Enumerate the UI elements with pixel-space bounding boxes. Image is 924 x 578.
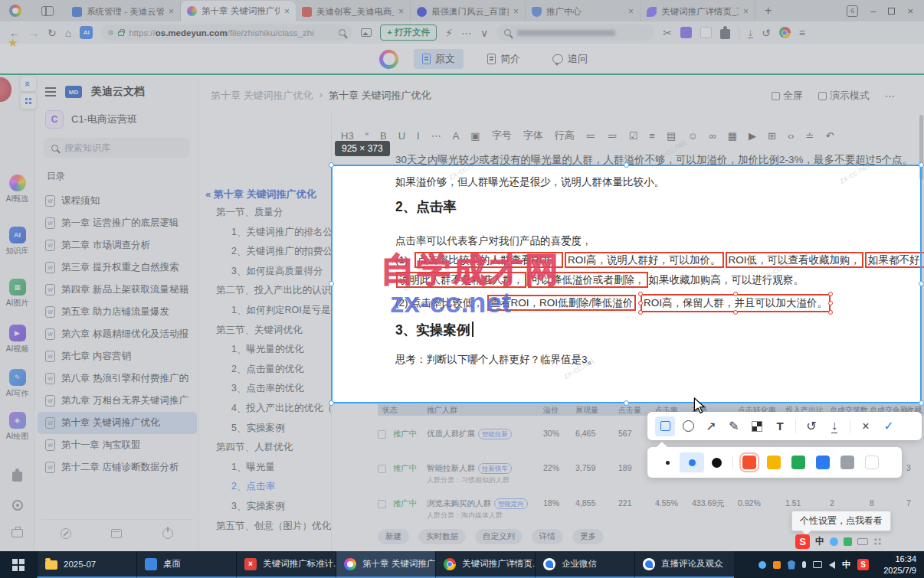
tab-close-icon[interactable]: × xyxy=(628,6,634,17)
pen-tool[interactable]: ✎ xyxy=(722,415,745,438)
editor-tool-icon[interactable]: A xyxy=(453,130,460,142)
editor-tool-icon[interactable]: ≔ xyxy=(586,130,596,142)
color-swatch[interactable] xyxy=(816,456,830,469)
new-tab-button[interactable]: + xyxy=(765,4,772,18)
confirm-tool[interactable]: ✓ xyxy=(877,415,900,438)
editor-tool-icon[interactable]: H3 xyxy=(341,130,354,142)
table-header-cell[interactable]: 状态 xyxy=(378,405,427,416)
collapse-up-button[interactable]: « xyxy=(21,76,36,91)
tab-ask[interactable]: 追问 xyxy=(544,49,596,69)
stroke-size-small[interactable] xyxy=(655,452,680,472)
sogou-logo-icon[interactable]: S xyxy=(795,534,810,549)
color-swatch[interactable] xyxy=(767,456,781,469)
forward-icon[interactable]: → xyxy=(28,27,39,39)
ai-assistant-icon[interactable] xyxy=(379,50,398,69)
toc-item[interactable]: 第一节、质量分 xyxy=(199,203,334,223)
tab-close-icon[interactable]: × xyxy=(398,6,404,17)
download-icon[interactable]: ↓ xyxy=(748,27,753,38)
chapter-item[interactable]: 第九章 万相台无界关键词推广 xyxy=(38,390,197,412)
ai-rail-item[interactable]: AI 知识库 xyxy=(0,227,34,256)
power-icon[interactable] xyxy=(162,528,173,539)
address-bar[interactable]: https://os.medeyun.com/file/zhishiku/cla… xyxy=(101,24,352,41)
tray-mic-icon[interactable] xyxy=(802,561,806,568)
audience-cell[interactable]: 浏览未购买的人群智能定向 人群分类：淘内媒体人群 xyxy=(427,498,543,521)
tray-sogou-icon[interactable]: S xyxy=(857,559,869,570)
stroke-size-medium[interactable] xyxy=(680,452,704,472)
arrow-tool[interactable]: ↗ xyxy=(700,415,722,438)
chapter-item[interactable]: 第六章 标题精细优化及活动报 xyxy=(38,323,197,345)
browser-tab[interactable]: 美迪创客_美迪电商_美 × xyxy=(296,2,411,21)
toc-chapter-title[interactable]: « 第十章 关键词推广优化 xyxy=(205,188,316,201)
tray-ime-indicator[interactable]: 中 xyxy=(842,559,850,570)
box-handle[interactable] xyxy=(828,292,833,296)
ellipse-tool[interactable] xyxy=(677,415,700,438)
tab-close-icon[interactable]: × xyxy=(284,6,290,17)
chapter-item[interactable]: 第十一章 淘宝联盟 xyxy=(38,434,197,456)
tab-summary[interactable]: 简介 xyxy=(479,49,529,69)
tray-network-icon[interactable] xyxy=(813,561,822,568)
toc-item[interactable]: 5、实操案例 xyxy=(199,419,334,439)
box-handle[interactable] xyxy=(638,301,643,305)
editor-tool-icon[interactable]: I xyxy=(417,130,420,142)
toc-item[interactable]: 1、曝光量的优化 xyxy=(199,340,334,360)
edit-icon[interactable] xyxy=(61,528,71,539)
toc-item[interactable]: 第二节、投入产出比的认识 xyxy=(199,281,334,301)
taskbar-item[interactable]: 桌面 xyxy=(136,551,236,578)
toc-item[interactable]: 第三节、关键词优化 xyxy=(199,321,334,341)
close-window-button[interactable]: × xyxy=(907,5,913,17)
box-handle[interactable] xyxy=(828,301,833,305)
browser-tab[interactable]: 系统管理 - 美迪云管理 × xyxy=(66,2,181,21)
quick-search-box[interactable] xyxy=(496,24,654,41)
editor-tool-icon[interactable]: ⋯ xyxy=(431,130,441,142)
kb-search-box[interactable] xyxy=(44,138,189,158)
tray-wecom-icon[interactable] xyxy=(759,561,766,569)
editor-tool-icon[interactable]: ≡ xyxy=(649,130,655,142)
table-action-button[interactable]: 详情 xyxy=(532,529,563,544)
chapter-item[interactable]: 第二章 市场调查分析 xyxy=(38,234,197,256)
browser-tab[interactable]: 第十章 关键词推广优化 × xyxy=(181,1,296,21)
taskbar-item[interactable]: 2025-07 xyxy=(37,551,136,578)
chapter-item[interactable]: 第四章 新品上架获取流量秘籍 xyxy=(38,279,197,301)
breadcrumb-parent[interactable]: 第十章 关键词推广优化 xyxy=(211,89,313,103)
editor-tool-icon[interactable]: 行高 xyxy=(555,129,575,142)
color-swatch[interactable] xyxy=(791,456,805,469)
scissors-icon[interactable]: ✂ xyxy=(663,27,672,39)
editor-tool-icon[interactable]: ∞ xyxy=(709,130,716,142)
extension-white-icon[interactable] xyxy=(700,27,712,38)
tab-close-icon[interactable]: × xyxy=(743,6,749,17)
toc-item[interactable]: 第五节、创意（图片）优化 xyxy=(199,517,334,537)
editor-tool-icon[interactable]: ☺ xyxy=(687,130,697,142)
site-info-icon[interactable] xyxy=(108,30,113,35)
audience-cell[interactable]: 智能拉新人群拉新快车 人群分类：习惯相似的人群 xyxy=(427,463,543,485)
chapter-item[interactable]: 第八章 热浪引擎和付费推广的 xyxy=(38,367,197,390)
ai-rail-item[interactable]: ▦ AI图片 xyxy=(0,279,34,309)
ime-skin-icon[interactable] xyxy=(830,537,838,546)
open-file-button[interactable]: + 打开文件 xyxy=(380,24,437,41)
cancel-tool[interactable]: × xyxy=(854,415,877,438)
taskbar-item[interactable]: 关键词推广详情页... xyxy=(435,551,535,578)
plugin-icon[interactable] xyxy=(12,472,22,482)
tray-shield-icon[interactable] xyxy=(788,560,795,570)
tab-close-icon[interactable]: × xyxy=(169,6,174,17)
chapter-item[interactable]: 第五章 助力店铺流量爆发 xyxy=(38,301,197,323)
restore-button[interactable] xyxy=(888,8,895,15)
editor-tool-icon[interactable]: 字号 xyxy=(492,129,512,142)
editor-tool-icon[interactable]: 字体 xyxy=(523,129,543,142)
color-swatch[interactable] xyxy=(865,456,879,469)
mosaic-tool[interactable] xyxy=(745,415,768,438)
url-text[interactable]: https://os.medeyun.com/file/zhishiku/cla… xyxy=(129,28,334,38)
toc-item[interactable]: 3、点击率的优化 xyxy=(199,379,334,399)
extensions-puzzle-icon[interactable] xyxy=(720,29,730,39)
editor-tool-icon[interactable]: ≐ xyxy=(806,130,814,142)
editor-tool-icon[interactable]: ▶ xyxy=(749,130,756,142)
minimize-button[interactable]: – xyxy=(870,5,876,17)
editor-tool-icon[interactable]: ↶ xyxy=(826,130,834,142)
present-mode-button[interactable]: 演示模式 xyxy=(818,89,870,103)
ime-lang-indicator[interactable]: 中 xyxy=(815,535,824,548)
start-button[interactable] xyxy=(0,551,37,578)
text-tool[interactable]: T xyxy=(768,415,791,438)
ai-rail-item[interactable]: ✎ AI写作 xyxy=(0,369,34,399)
tab-original[interactable]: 原文 xyxy=(414,49,464,69)
fullscreen-button[interactable]: 全屏 xyxy=(772,89,803,103)
ime-tooltip[interactable]: 个性设置，点我看看 xyxy=(791,511,891,531)
